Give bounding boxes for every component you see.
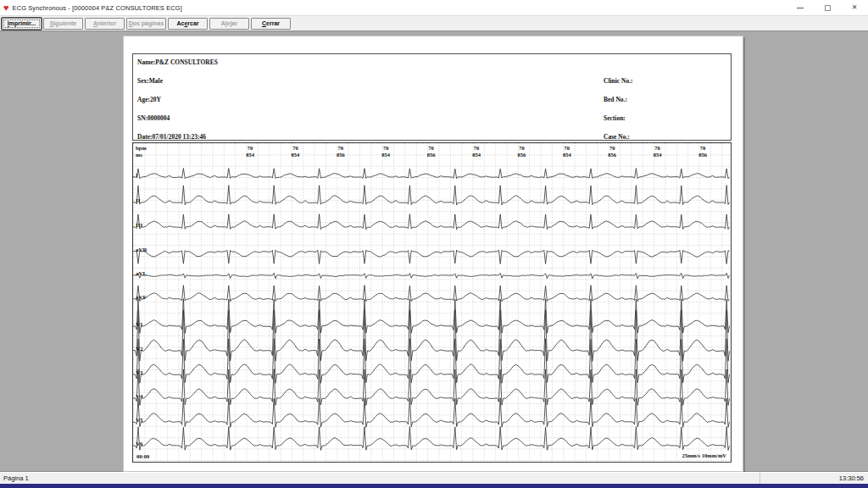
interval-column: 70856 <box>328 145 353 158</box>
rr-ms-value: 856 <box>509 152 534 158</box>
minimize-icon <box>797 8 804 8</box>
interval-column: 70854 <box>645 145 670 158</box>
status-page-label: Página 1 <box>0 474 29 482</box>
bpm-unit-label: bpm <box>136 145 147 152</box>
ecg-synchronous-window: ♥ ECG Synchronous - [0000004 P&Z CONSULT… <box>0 0 868 488</box>
hr-bpm-value: 70 <box>464 145 489 152</box>
hr-bpm-value: 70 <box>554 145 580 152</box>
ecg-trace-V2 <box>133 310 730 362</box>
close-button[interactable]: ✕ <box>841 0 868 15</box>
rr-ms-value: 854 <box>554 152 580 158</box>
ecg-grid: bpm ms 00:00 25mm/s 10mm/mV 708547085470… <box>132 142 732 463</box>
rr-ms-value: 856 <box>690 152 715 158</box>
hr-bpm-value: 70 <box>645 145 670 152</box>
toolbar-button-anterior: Anterior <box>85 18 125 30</box>
workspace: Name:P&Z CONSULTORESSex:MaleAge:20YSN:00… <box>0 32 868 472</box>
hr-bpm-value: 70 <box>373 145 398 152</box>
maximize-icon <box>825 5 831 11</box>
window-title: ECG Synchronous - [0000004 P&Z CONSULTOR… <box>13 4 182 12</box>
patient-field: Sex:Male <box>137 78 163 85</box>
titlebar: ♥ ECG Synchronous - [0000004 P&Z CONSULT… <box>0 0 868 15</box>
ecg-trace-aVF <box>133 286 730 302</box>
interval-column: 70854 <box>237 145 263 158</box>
lead-label-aVR: aVR <box>136 247 147 253</box>
patient-field: Date:07/01/2020 13:23:46 <box>137 134 206 141</box>
patient-info-box: Name:P&Z CONSULTORESSex:MaleAge:20YSN:00… <box>132 53 732 141</box>
ecg-trace-aVL <box>133 273 730 279</box>
window-controls: ✕ <box>787 0 868 15</box>
rr-ms-value: 854 <box>237 152 263 158</box>
window-bottom-border <box>0 484 868 488</box>
hr-bpm-value: 70 <box>328 145 353 152</box>
axis-units-label: bpm ms <box>136 145 147 158</box>
rr-ms-value: 856 <box>599 152 625 158</box>
lead-label-V5: V5 <box>136 417 143 424</box>
hr-bpm-value: 70 <box>282 145 308 152</box>
ecg-trace-V6 <box>133 427 730 451</box>
lead-label-aVF: aVF <box>136 294 147 301</box>
lead-label-V3: V3 <box>136 369 143 376</box>
lead-label-I: I <box>136 172 138 179</box>
hr-bpm-value: 70 <box>509 145 534 152</box>
interval-column: 70856 <box>599 145 625 158</box>
patient-field: Name:P&Z CONSULTORES <box>137 59 218 66</box>
interval-column: 70856 <box>419 145 444 158</box>
statusbar: Página 1 13:30:56 <box>0 472 868 484</box>
status-time-label: 13:30:56 <box>839 474 864 482</box>
hr-bpm-value: 70 <box>237 145 263 152</box>
rr-ms-value: 854 <box>645 152 670 158</box>
patient-field: Age:20Y <box>137 97 161 103</box>
hr-bpm-value: 70 <box>599 145 625 152</box>
rr-ms-value: 854 <box>373 152 398 158</box>
lead-label-III: III <box>136 222 142 229</box>
ecg-trace-II <box>133 186 730 205</box>
patient-field: Clinic No.: <box>604 78 633 85</box>
patient-field: Section: <box>604 115 626 122</box>
app-heart-icon: ♥ <box>3 3 9 13</box>
scale-label: 25mm/s 10mm/mV <box>682 452 726 458</box>
toolbar-button-acercar[interactable]: Acercar <box>168 18 208 30</box>
ecg-trace-V1 <box>133 299 730 334</box>
toolbar-button-siguiente: Siguiente <box>43 18 83 30</box>
interval-column: 70856 <box>690 145 715 158</box>
report-page: Name:P&Z CONSULTORESSex:MaleAge:20YSN:00… <box>123 36 743 472</box>
interval-column: 70854 <box>282 145 308 158</box>
rr-ms-value: 854 <box>464 152 489 158</box>
ecg-trace-I <box>133 169 730 179</box>
lead-label-II: II <box>136 197 140 204</box>
interval-column: 70856 <box>509 145 534 158</box>
ecg-trace-III <box>133 214 730 230</box>
lead-label-V1: V1 <box>136 321 143 328</box>
toolbar-button-dos-paginas: Dos páginas <box>126 18 166 30</box>
lead-label-V2: V2 <box>136 346 143 352</box>
ecg-waveforms <box>133 143 731 462</box>
status-time-cell: 13:30:56 <box>760 473 868 484</box>
toolbar-button-alejar: Alejar <box>209 18 249 30</box>
toolbar-button-imprimir[interactable]: Imprimir... <box>2 18 42 30</box>
patient-field: SN:0000004 <box>137 115 170 122</box>
close-icon: ✕ <box>852 4 858 11</box>
ecg-trace-V5 <box>133 398 730 428</box>
rr-ms-value: 854 <box>282 152 308 158</box>
toolbar: Imprimir...SiguienteAnteriorDos páginasA… <box>0 15 868 31</box>
rr-ms-value: 856 <box>328 152 353 158</box>
maximize-button[interactable] <box>814 0 841 15</box>
ms-unit-label: ms <box>136 152 147 158</box>
patient-field: Bed No.: <box>604 97 627 103</box>
patient-field: Case No.: <box>604 134 630 141</box>
hr-bpm-value: 70 <box>419 145 444 152</box>
time-start-label: 00:00 <box>136 453 149 459</box>
interval-column: 70854 <box>373 145 398 158</box>
minimize-button[interactable] <box>787 0 814 15</box>
toolbar-button-cerrar[interactable]: Cerrar <box>251 18 291 30</box>
lead-label-V4: V4 <box>136 393 143 400</box>
lead-label-aVL: aVL <box>136 270 147 277</box>
hr-bpm-value: 70 <box>690 145 715 152</box>
interval-column: 70854 <box>464 145 489 158</box>
interval-column: 70854 <box>554 145 580 158</box>
rr-ms-value: 856 <box>419 152 444 158</box>
lead-label-V6: V6 <box>136 441 143 447</box>
